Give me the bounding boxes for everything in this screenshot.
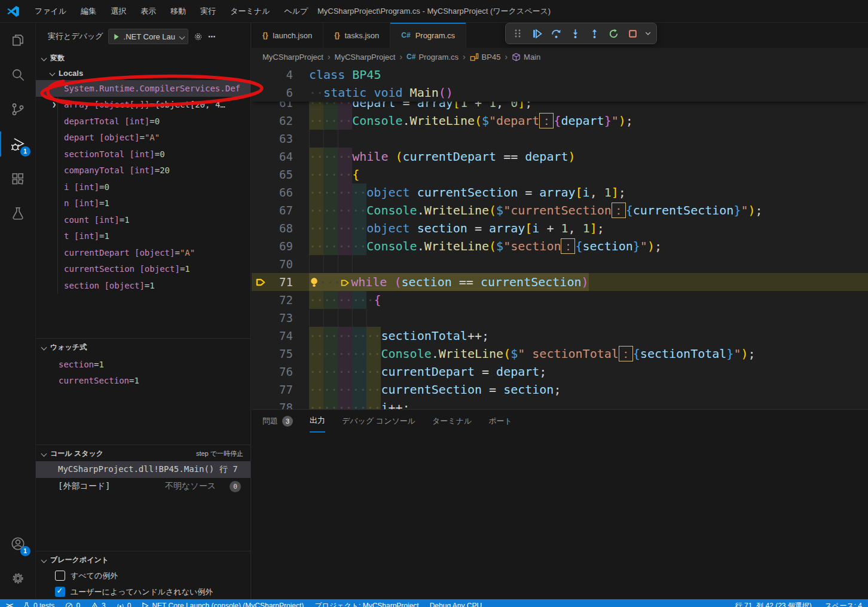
variable-row[interactable]: currentDepart [object] = "A" bbox=[36, 244, 250, 261]
panel-tab-デバッグ コンソール[interactable]: デバッグ コンソール bbox=[342, 410, 415, 433]
variable-row[interactable]: section [object] = 1 bbox=[36, 277, 250, 294]
explorer-icon[interactable] bbox=[0, 23, 36, 57]
menu-item-実行[interactable]: 実行 bbox=[194, 4, 222, 19]
menu-item-編集[interactable]: 編集 bbox=[75, 4, 102, 19]
toolbar-chevron-down-icon[interactable] bbox=[643, 25, 653, 42]
line-number[interactable]: 74 bbox=[252, 327, 309, 345]
menu-item-ファイル[interactable]: ファイル bbox=[29, 4, 72, 19]
variable-row[interactable]: currentSection [object] = 1 bbox=[36, 261, 250, 278]
watch-row[interactable]: section = 1 bbox=[36, 356, 250, 373]
line-number[interactable]: 68 bbox=[252, 219, 309, 237]
code-line[interactable]: 67········Console.WriteLine($"currentSec… bbox=[252, 201, 868, 219]
watch-section-header[interactable]: ウォッチ式 bbox=[36, 341, 250, 354]
code-line[interactable]: 74··········sectionTotal++; bbox=[252, 327, 868, 345]
callstack-section-header[interactable]: コール スタック step で一時停止 bbox=[36, 447, 250, 460]
code-line[interactable]: 72·········{ bbox=[252, 291, 868, 309]
code-line[interactable]: 77··········currentSection = section; bbox=[252, 381, 868, 398]
line-number[interactable]: 72 bbox=[252, 291, 309, 309]
line-number[interactable]: 4 bbox=[252, 66, 309, 84]
step-into-icon[interactable] bbox=[567, 25, 583, 42]
variable-row[interactable]: sectionTotal [int] = 0 bbox=[36, 146, 250, 163]
line-number[interactable]: 63 bbox=[252, 130, 309, 148]
tab-tasks.json[interactable]: {}tasks.json bbox=[323, 23, 390, 48]
line-number[interactable]: 6 bbox=[252, 84, 309, 102]
line-number[interactable]: 70 bbox=[252, 255, 309, 273]
variable-row[interactable]: depart [object] = "A" bbox=[36, 130, 250, 146]
menu-item-移動[interactable]: 移動 bbox=[164, 4, 192, 19]
variable-row[interactable]: t [int] = 1 bbox=[36, 228, 250, 245]
line-number[interactable]: 73 bbox=[252, 309, 309, 327]
breadcrumb-item[interactable]: C#Program.cs bbox=[407, 53, 459, 62]
checked-checkbox[interactable] bbox=[55, 587, 65, 597]
accounts-icon[interactable]: 1 bbox=[0, 526, 36, 561]
panel-tab-問題[interactable]: 問題3 bbox=[262, 410, 293, 433]
callstack-frame[interactable]: MyCSharpProject.dll!BP45.Main() 行 7 bbox=[36, 461, 250, 478]
status-item[interactable]: NET Core Launch (console) (MyCSharpProje… bbox=[142, 601, 304, 607]
status-item[interactable]: スペース: 4 bbox=[825, 601, 862, 607]
variable-row[interactable]: count [int] = 1 bbox=[36, 211, 250, 228]
lightbulb-icon[interactable] bbox=[309, 277, 319, 288]
panel-tab-ポート[interactable]: ポート bbox=[488, 410, 512, 433]
step-out-icon[interactable] bbox=[586, 25, 603, 42]
code-line[interactable]: 68········object section = array[i + 1, … bbox=[252, 219, 868, 237]
continue-icon[interactable] bbox=[528, 25, 545, 42]
menu-item-ヘルプ[interactable]: ヘルプ bbox=[278, 4, 314, 19]
status-item[interactable]: Debug Any CPU bbox=[430, 601, 482, 607]
line-number[interactable]: 62 bbox=[252, 112, 309, 130]
status-item[interactable]: 3 bbox=[91, 601, 106, 607]
launch-config-dropdown[interactable]: .NET Core Lau bbox=[108, 29, 188, 44]
more-actions-icon[interactable]: ⋯ bbox=[208, 32, 216, 41]
breadcrumb-item[interactable]: BP45 bbox=[470, 53, 501, 62]
code-line[interactable]: 75··········Console.WriteLine($" section… bbox=[252, 345, 868, 363]
menu-item-選択[interactable]: 選択 bbox=[105, 4, 132, 19]
status-item[interactable]: 0 tests bbox=[23, 601, 54, 607]
line-number[interactable]: 64 bbox=[252, 148, 309, 165]
code-line[interactable]: 78··········i++; bbox=[252, 398, 868, 409]
panel-tab-出力[interactable]: 出力 bbox=[310, 410, 325, 433]
code-line[interactable]: 71···while (section == currentSection) bbox=[252, 273, 868, 291]
menu-item-表示[interactable]: 表示 bbox=[135, 4, 162, 19]
tab-launch.json[interactable]: {}launch.json bbox=[252, 23, 323, 48]
breakpoint-row[interactable]: すべての例外 bbox=[36, 568, 250, 584]
expand-chevron-icon[interactable]: ❯ bbox=[52, 100, 56, 109]
code-line[interactable]: 63 bbox=[252, 130, 868, 148]
line-number[interactable]: 69 bbox=[252, 237, 309, 255]
code-line[interactable]: 4class BP45 bbox=[252, 66, 868, 84]
line-number[interactable]: 67 bbox=[252, 201, 309, 219]
source-control-icon[interactable] bbox=[0, 92, 36, 127]
breadcrumb-item[interactable]: MyCSharpProject bbox=[262, 53, 323, 62]
toolbar-drag-grip[interactable] bbox=[509, 25, 526, 42]
gear-icon[interactable] bbox=[193, 32, 203, 42]
breadcrumb-item[interactable]: Main bbox=[512, 53, 540, 62]
variable-row[interactable]: departTotal [int] = 0 bbox=[36, 113, 250, 130]
line-number[interactable]: 78 bbox=[252, 398, 309, 409]
extensions-icon[interactable] bbox=[0, 161, 36, 196]
code-line[interactable]: 6··static void Main() bbox=[252, 84, 868, 102]
code-line[interactable]: 65······{ bbox=[252, 165, 868, 183]
status-item[interactable]: 0 bbox=[117, 601, 132, 607]
breakpoint-row[interactable]: ユーザーによってハンドルされない例外 bbox=[36, 584, 250, 599]
code-line[interactable]: 64······while (currentDepart == depart) bbox=[252, 148, 868, 165]
locals-scope-row[interactable]: Locals bbox=[36, 66, 250, 80]
watch-row[interactable]: currentSection = 1 bbox=[36, 373, 250, 390]
code-line[interactable]: 66········object currentSection = array[… bbox=[252, 183, 868, 201]
stop-icon[interactable] bbox=[624, 25, 641, 42]
line-number[interactable]: 77 bbox=[252, 381, 309, 398]
code-line[interactable]: 62······Console.WriteLine($"depart：{depa… bbox=[252, 112, 868, 130]
breadcrumb-item[interactable]: MyCSharpProject bbox=[335, 53, 396, 62]
code-line[interactable]: 76··········currentDepart = depart; bbox=[252, 363, 868, 381]
variable-row[interactable]: companyTotal [int] = 20 bbox=[36, 163, 250, 179]
code-line[interactable]: 69········Console.WriteLine($"section：{s… bbox=[252, 237, 868, 255]
status-item[interactable]: 0 bbox=[65, 601, 80, 607]
line-number[interactable]: 66 bbox=[252, 183, 309, 201]
panel-tab-ターミナル[interactable]: ターミナル bbox=[432, 410, 472, 433]
variable-row[interactable]: i [int] = 0 bbox=[36, 179, 250, 195]
menu-item-ターミナル[interactable]: ターミナル bbox=[224, 4, 276, 19]
testing-icon[interactable] bbox=[0, 196, 36, 231]
variable-row[interactable]: n [int] = 1 bbox=[36, 195, 250, 212]
step-over-icon[interactable] bbox=[548, 25, 564, 42]
start-debug-icon[interactable] bbox=[112, 33, 120, 41]
run-and-debug-icon[interactable]: 1 bbox=[0, 127, 36, 161]
tab-Program.cs[interactable]: C#Program.cs bbox=[390, 23, 466, 48]
search-icon[interactable] bbox=[0, 57, 36, 92]
